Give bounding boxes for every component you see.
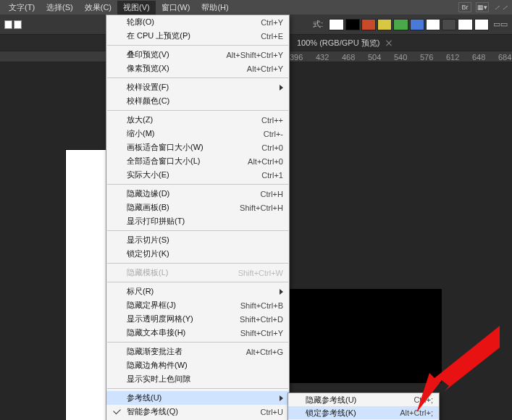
- menu-help[interactable]: 帮助(H): [196, 1, 234, 14]
- ruler-tick: 540: [394, 53, 407, 62]
- menu-item-label: 隐藏模板(L): [127, 267, 168, 278]
- swatch[interactable]: [442, 19, 456, 30]
- menu-item[interactable]: 实际大小(E)Ctrl+1: [106, 168, 289, 182]
- shape-rectangle[interactable]: [290, 289, 442, 383]
- menu-item-label: 隐藏定界框(J): [127, 300, 176, 311]
- menu-shortcut: Ctrl+0: [261, 143, 283, 152]
- tool-br[interactable]: Br: [458, 2, 471, 12]
- menu-item-label: 隐藏画板(B): [127, 202, 169, 213]
- menu-item-label: 画板适合窗口大小(W): [127, 142, 203, 153]
- guides-submenu: 隐藏参考线(U)Ctrl+;锁定参考线(K)Alt+Ctrl+;建立参考线(M)…: [288, 392, 440, 420]
- menu-item[interactable]: 隐藏文本串接(H)Shift+Ctrl+Y: [106, 326, 289, 340]
- swatch[interactable]: [361, 19, 376, 30]
- menu-item-label: 显示打印拼贴(T): [127, 216, 185, 227]
- menu-view[interactable]: 视图(V): [117, 1, 156, 14]
- ruler-tick: 396: [290, 53, 303, 62]
- submenu-shortcut: Ctrl+;: [414, 395, 433, 404]
- menu-item-label: 隐藏文本串接(H): [127, 327, 185, 338]
- menu-shortcut: Shift+Ctrl+W: [238, 269, 283, 277]
- menu-item-label: 校样设置(F): [127, 82, 169, 93]
- menu-item[interactable]: 缩小(M)Ctrl+-: [106, 127, 289, 140]
- menu-item-label: 隐藏渐变批注者: [127, 346, 182, 357]
- swatch[interactable]: [377, 19, 392, 30]
- style-label: 式:: [313, 19, 323, 30]
- menu-item-label: 校样颜色(C): [127, 96, 169, 106]
- ruler-tick: 468: [342, 53, 355, 62]
- menu-select[interactable]: 选择(S): [41, 1, 79, 14]
- menu-item[interactable]: 叠印预览(V)Alt+Shift+Ctrl+Y: [106, 48, 289, 62]
- submenu-item-label: 隐藏参考线(U): [306, 395, 356, 406]
- tool-feather-icon[interactable]: ⟋⟋: [493, 3, 509, 12]
- menu-item[interactable]: 隐藏边缘(D)Ctrl+H: [106, 187, 289, 201]
- stroke-swatch[interactable]: [14, 20, 22, 29]
- menu-separator: [107, 388, 288, 389]
- menu-separator: [107, 184, 288, 185]
- tool-arrange[interactable]: ▦▾: [476, 2, 489, 12]
- menu-shortcut: Shift+Ctrl+H: [240, 203, 283, 212]
- menu-item[interactable]: 画板适合窗口大小(W)Ctrl+0: [106, 140, 289, 154]
- swatch[interactable]: [410, 19, 424, 30]
- document-tab[interactable]: 100% (RGB/GPU 预览): [290, 35, 401, 51]
- swatch[interactable]: [458, 19, 472, 30]
- more-icon[interactable]: ▭▭: [493, 20, 508, 29]
- menu-shortcut: Ctrl+E: [261, 32, 283, 41]
- fill-swatch[interactable]: [4, 20, 12, 29]
- menu-separator: [107, 282, 288, 282]
- menu-item[interactable]: 在 CPU 上预览(P)Ctrl+E: [106, 29, 289, 43]
- menu-item[interactable]: 全部适合窗口大小(L)Alt+Ctrl+0: [106, 154, 289, 168]
- swatch[interactable]: [426, 19, 440, 30]
- menu-shortcut: Ctrl+Y: [261, 18, 283, 27]
- submenu-item[interactable]: 锁定参考线(K)Alt+Ctrl+;: [288, 406, 439, 419]
- close-icon[interactable]: [385, 39, 393, 46]
- menu-shortcut: Alt+Ctrl+G: [246, 348, 283, 356]
- swatch[interactable]: [329, 19, 343, 30]
- ruler-tick: 504: [368, 53, 381, 62]
- menu-item[interactable]: 智能参考线(Q)Ctrl+U: [106, 405, 289, 419]
- menu-item[interactable]: 放大(Z)Ctrl++: [106, 113, 289, 127]
- menu-effect[interactable]: 效果(C): [79, 1, 117, 14]
- menu-item[interactable]: 隐藏渐变批注者Alt+Ctrl+G: [106, 345, 289, 358]
- menu-item[interactable]: 隐藏画板(B)Shift+Ctrl+H: [106, 201, 289, 214]
- menu-shortcut: Ctrl+U: [261, 408, 283, 416]
- ruler-tick: 432: [316, 53, 329, 62]
- menu-item-label: 隐藏边角构件(W): [127, 360, 188, 371]
- menu-item-label: 叠印预览(V): [127, 49, 169, 60]
- menu-item[interactable]: 显示实时上色间隙: [106, 372, 289, 386]
- menu-text[interactable]: 文字(T): [3, 1, 41, 14]
- menu-item[interactable]: 像素预览(X)Alt+Ctrl+Y: [106, 62, 289, 75]
- menu-item-label: 标尺(R): [127, 286, 154, 297]
- menu-separator: [107, 342, 288, 343]
- menu-item-label: 在 CPU 上预览(P): [127, 30, 190, 41]
- menu-item[interactable]: 隐藏边角构件(W): [106, 358, 289, 372]
- ruler-tick: 612: [446, 53, 459, 62]
- menu-item[interactable]: 锁定切片(K): [106, 247, 289, 261]
- swatch[interactable]: [345, 19, 360, 30]
- menu-item[interactable]: 轮廓(O)Ctrl+Y: [106, 15, 289, 29]
- menu-item[interactable]: 标尺(R): [106, 285, 289, 298]
- menu-item[interactable]: 参考线(U): [106, 391, 289, 405]
- menu-item[interactable]: 校样设置(F): [106, 80, 289, 94]
- menu-separator: [107, 77, 288, 78]
- menu-shortcut: Alt+Ctrl+0: [248, 157, 283, 166]
- menu-item-label: 像素预览(X): [127, 63, 169, 74]
- menu-item[interactable]: 显示打印拼贴(T): [106, 214, 289, 228]
- menu-item[interactable]: 隐藏定界框(J)Shift+Ctrl+B: [106, 298, 289, 312]
- menu-item-label: 隐藏边缘(D): [127, 188, 169, 199]
- swatch[interactable]: [393, 19, 408, 30]
- swatch[interactable]: [474, 19, 489, 30]
- menu-item[interactable]: 校样颜色(C): [106, 94, 289, 108]
- menu-item-label: 缩小(M): [127, 128, 155, 139]
- menu-item[interactable]: 显示透明度网格(Y)Shift+Ctrl+D: [106, 312, 289, 326]
- ruler-tick: 576: [420, 53, 433, 62]
- menu-item[interactable]: 显示切片(S): [106, 233, 289, 247]
- menu-item-label: 智能参考线(Q): [127, 406, 178, 417]
- menu-shortcut: Alt+Ctrl+Y: [247, 64, 283, 73]
- menu-shortcut: Ctrl+-: [264, 130, 283, 138]
- tab-title: 100% (RGB/GPU 预览): [297, 38, 379, 49]
- submenu-item[interactable]: 隐藏参考线(U)Ctrl+;: [288, 393, 439, 406]
- menu-window[interactable]: 窗口(W): [156, 1, 196, 14]
- submenu-item-label: 锁定参考线(K): [306, 408, 356, 419]
- menu-shortcut: Shift+Ctrl+D: [240, 315, 283, 324]
- ruler-tick: 684: [498, 53, 511, 62]
- menu-item-label: 放大(Z): [127, 114, 153, 125]
